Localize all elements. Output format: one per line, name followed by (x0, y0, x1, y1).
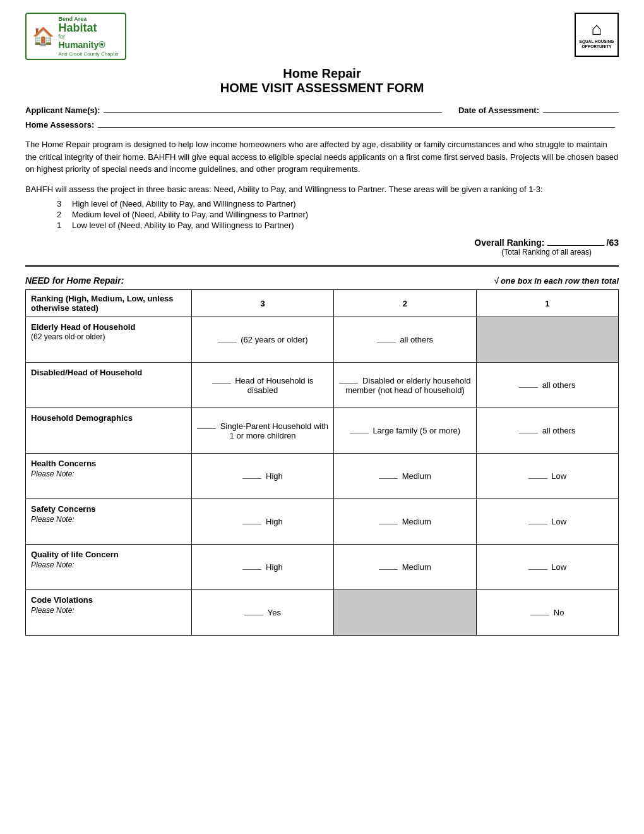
table-row: Code Violations Please Note: Yes No (26, 590, 619, 636)
blank-line (212, 383, 231, 384)
blank-line (530, 615, 549, 615)
row-3-demographics: Single-Parent Household with 1 or more c… (191, 408, 333, 454)
overall-label-line: Overall Ranking: /63 (474, 238, 619, 248)
blank-line (379, 524, 398, 524)
need-instruction: √ one box in each row then total (494, 276, 619, 286)
blank-line (519, 387, 538, 388)
blank-line (528, 478, 547, 479)
blank-line (379, 569, 398, 570)
row-1-demographics: all others (476, 408, 618, 454)
row-category-quality: Quality of life Concern Please Note: (26, 545, 192, 590)
overall-max: /63 (607, 238, 619, 248)
row-1-code: No (476, 590, 618, 636)
row-2-safety: Medium (334, 499, 476, 545)
need-title: NEED for Home Repair: (25, 275, 124, 286)
ranking-item-3: 3 High level of (Need, Ability to Pay, a… (57, 199, 619, 208)
assessors-row: Home Assessors: (25, 120, 619, 130)
col-header-3: 3 (191, 290, 333, 317)
logo-humanity-text: Humanity® (58, 40, 119, 50)
need-section-header: NEED for Home Repair: √ one box in each … (25, 275, 619, 286)
logo-text: Bend Area Habitat for Humanity® And Croo… (58, 16, 119, 57)
equal-housing-logo: ⌂ EQUAL HOUSING OPPORTUNITY (575, 13, 619, 57)
table-row: Safety Concerns Please Note: High Medium… (26, 499, 619, 545)
row-category-demographics: Household Demographics (26, 408, 192, 454)
assessment-table: Ranking (High, Medium, Low, unless other… (25, 289, 619, 636)
row-3-health: High (191, 454, 333, 499)
applicant-row: Applicant Name(s): Date of Assessment: (25, 106, 619, 115)
row-3-disabled: Head of Household is disabled (191, 363, 333, 408)
assessors-line (98, 127, 615, 128)
blank-line (528, 569, 547, 570)
row-3-quality: High (191, 545, 333, 590)
blank-line (244, 615, 263, 615)
blank-line (242, 478, 261, 479)
table-row: Health Concerns Please Note: High Medium… (26, 454, 619, 499)
blank-line (339, 383, 358, 384)
applicant-label: Applicant Name(s): (25, 106, 100, 115)
logo-chapter-text: And Crook County Chapter (58, 51, 119, 57)
table-row: Quality of life Concern Please Note: Hig… (26, 545, 619, 590)
row-2-demographics: Large family (5 or more) (334, 408, 476, 454)
applicant-line (104, 112, 441, 113)
section-divider (25, 265, 619, 267)
body-paragraph1: The Home Repair program is designed to h… (25, 138, 619, 176)
row-3-safety: High (191, 499, 333, 545)
row-category-elderly: Elderly Head of Household (62 years old … (26, 317, 192, 363)
blank-line (197, 428, 216, 429)
row-1-health: Low (476, 454, 618, 499)
col-header-2: 2 (334, 290, 476, 317)
blank-line (519, 433, 538, 433)
body-paragraph2: BAHFH will assess the project in three b… (25, 183, 619, 196)
table-row: Household Demographics Single-Parent Hou… (26, 408, 619, 454)
equal-housing-icon: ⌂ (592, 20, 602, 38)
overall-sub: (Total Ranking of all areas) (474, 248, 619, 257)
title-line2: HOME VISIT ASSESSMENT FORM (25, 81, 619, 95)
col-header-1: 1 (476, 290, 618, 317)
page-title: Home Repair HOME VISIT ASSESSMENT FORM (25, 66, 619, 95)
blank-line (528, 524, 547, 524)
blank-line (350, 433, 369, 433)
blank-line (242, 569, 261, 570)
row-1-elderly (476, 317, 618, 363)
row-2-quality: Medium (334, 545, 476, 590)
row-3-elderly: (62 years or older) (191, 317, 333, 363)
ranking-item-2: 2 Medium level of (Need, Ability to Pay,… (57, 210, 619, 219)
row-2-code (334, 590, 476, 636)
row-2-disabled: Disabled or elderly household member (no… (334, 363, 476, 408)
row-2-elderly: all others (334, 317, 476, 363)
title-line1: Home Repair (25, 66, 619, 81)
ranking-list: 3 High level of (Need, Ability to Pay, a… (57, 199, 619, 230)
equal-housing-text: EQUAL HOUSING OPPORTUNITY (580, 39, 614, 50)
logo-area: 🏠 Bend Area Habitat for Humanity® And Cr… (25, 13, 126, 60)
logo-habitat-text: Habitat (58, 22, 119, 33)
date-label: Date of Assessment: (458, 106, 539, 115)
logo-for-text: for (58, 33, 119, 40)
row-1-disabled: all others (476, 363, 618, 408)
habitat-logo: 🏠 Bend Area Habitat for Humanity® And Cr… (25, 13, 126, 60)
ranking-item-1: 1 Low level of (Need, Ability to Pay, an… (57, 221, 619, 230)
overall-label: Overall Ranking: (474, 238, 544, 248)
row-category-code: Code Violations Please Note: (26, 590, 192, 636)
table-header-row: Ranking (High, Medium, Low, unless other… (26, 290, 619, 317)
row-category-disabled: Disabled/Head of Household (26, 363, 192, 408)
blank-line (242, 524, 261, 524)
blank-line (377, 342, 396, 342)
table-row: Elderly Head of Household (62 years old … (26, 317, 619, 363)
row-1-quality: Low (476, 545, 618, 590)
blank-line (379, 478, 398, 479)
blank-line (218, 342, 237, 342)
overall-ranking-row: Overall Ranking: /63 (Total Ranking of a… (25, 238, 619, 257)
row-1-safety: Low (476, 499, 618, 545)
row-category-health: Health Concerns Please Note: (26, 454, 192, 499)
habitat-icon: 🏠 (32, 26, 54, 47)
row-3-code: Yes (191, 590, 333, 636)
row-category-safety: Safety Concerns Please Note: (26, 499, 192, 545)
date-line (543, 112, 619, 113)
page-header: 🏠 Bend Area Habitat for Humanity® And Cr… (25, 13, 619, 60)
overall-blank (547, 245, 604, 246)
overall-ranking: Overall Ranking: /63 (Total Ranking of a… (474, 238, 619, 257)
table-row: Disabled/Head of Household Head of House… (26, 363, 619, 408)
row-2-health: Medium (334, 454, 476, 499)
assessors-label: Home Assessors: (25, 120, 94, 130)
col-header-category: Ranking (High, Medium, Low, unless other… (26, 290, 192, 317)
